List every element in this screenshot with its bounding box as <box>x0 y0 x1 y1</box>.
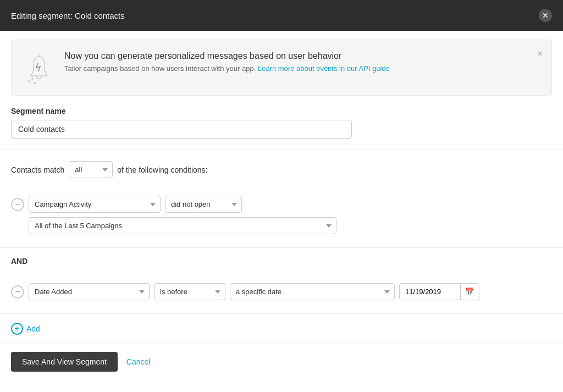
add-label: Add <box>26 324 40 333</box>
conditions-match-row: Contacts match all any of the following … <box>11 161 552 178</box>
calendar-icon: 📅 <box>465 288 474 296</box>
and-separator: AND <box>11 257 552 266</box>
footer: Save And View Segment Cancel <box>0 344 563 379</box>
conditions-suffix: of the following conditions: <box>117 165 207 174</box>
banner-content: Now you can generate personalized messag… <box>64 51 540 73</box>
filter-2-type-select[interactable]: a specific date a relative date <box>230 283 395 300</box>
minus-icon: − <box>15 200 20 209</box>
info-banner: Now you can generate personalized messag… <box>11 40 552 96</box>
banner-close-icon: × <box>538 49 543 58</box>
add-condition-button[interactable]: + Add <box>11 323 40 335</box>
banner-title: Now you can generate personalized messag… <box>64 51 540 61</box>
filter-1-row: − Campaign Activity did not open opened … <box>11 196 552 213</box>
svg-point-1 <box>31 78 34 80</box>
filter-1-campaign-select[interactable]: All of the Last 5 Campaigns All of the L… <box>29 217 336 234</box>
minus-icon-2: − <box>15 287 20 297</box>
save-button[interactable]: Save And View Segment <box>11 352 118 372</box>
modal-title: Editing segment: Cold contacts <box>11 11 125 20</box>
calendar-icon-button[interactable]: 📅 <box>460 284 479 300</box>
segment-name-input[interactable] <box>11 120 352 139</box>
filter-1-action-select[interactable]: did not open opened clicked <box>165 196 242 213</box>
svg-point-2 <box>28 80 30 82</box>
close-icon: ✕ <box>542 12 549 19</box>
modal-close-button[interactable]: ✕ <box>539 9 552 22</box>
modal-header: Editing segment: Cold contacts ✕ <box>0 0 563 31</box>
banner-subtitle: Tailor campaigns based on how users inte… <box>64 64 540 73</box>
banner-subtitle-text: Tailor campaigns based on how users inte… <box>64 64 256 73</box>
date-input[interactable] <box>400 284 460 300</box>
svg-point-3 <box>34 82 36 84</box>
modal-body: Now you can generate personalized messag… <box>0 40 563 379</box>
filter-2-section: − Date Added Date Modified is before is … <box>0 274 563 314</box>
divider-1 <box>0 150 563 150</box>
filter-1-campaign-row: All of the Last 5 Campaigns All of the L… <box>11 217 552 234</box>
match-select[interactable]: all any <box>69 161 113 178</box>
filter-1-section: − Campaign Activity did not open opened … <box>0 187 563 248</box>
segment-name-label: Segment name <box>11 107 552 115</box>
banner-icon <box>23 51 56 84</box>
banner-link[interactable]: Learn more about events in our API guide <box>258 64 390 73</box>
filter-1-field-select[interactable]: Campaign Activity <box>29 196 161 213</box>
segment-name-section: Segment name <box>11 107 552 139</box>
date-input-wrapper: 📅 <box>399 283 479 300</box>
add-circle-icon: + <box>11 323 23 335</box>
filter-2-field-select[interactable]: Date Added Date Modified <box>29 283 150 300</box>
filter-2-row: − Date Added Date Modified is before is … <box>11 283 552 300</box>
banner-close-button[interactable]: × <box>536 47 545 61</box>
filter-1-remove-button[interactable]: − <box>11 198 24 211</box>
filter-2-condition-select[interactable]: is before is after is on <box>154 283 225 300</box>
cancel-button[interactable]: Cancel <box>126 357 151 366</box>
add-row: + Add <box>11 323 552 335</box>
filter-2-remove-button[interactable]: − <box>11 285 24 299</box>
contacts-match-label: Contacts match <box>11 165 64 174</box>
